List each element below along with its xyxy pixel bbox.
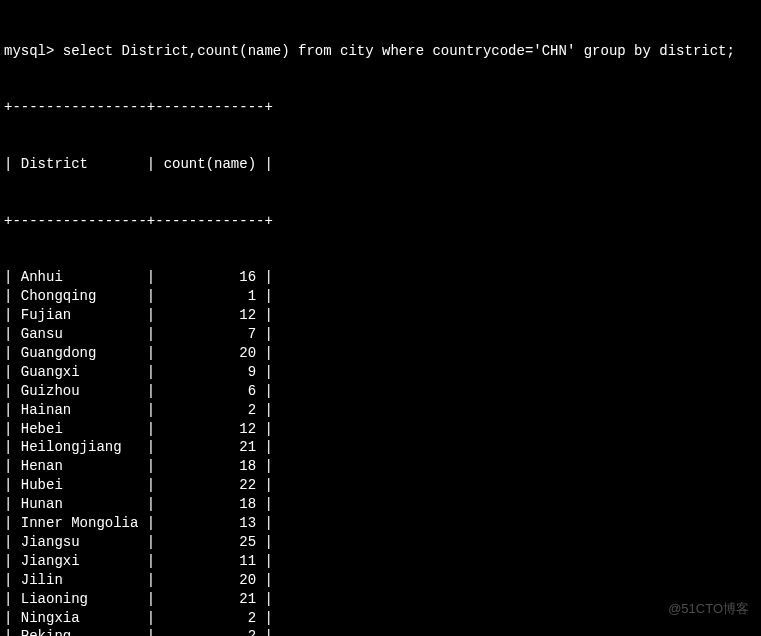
table-row: | Hunan | 18 |: [4, 495, 757, 514]
table-row: | Liaoning | 21 |: [4, 590, 757, 609]
table-row: | Jiangsu | 25 |: [4, 533, 757, 552]
table-row: | Heilongjiang | 21 |: [4, 438, 757, 457]
table-row: | Inner Mongolia | 13 |: [4, 514, 757, 533]
query-line: mysql> select District,count(name) from …: [4, 42, 757, 61]
terminal-output: mysql> select District,count(name) from …: [4, 4, 757, 636]
table-row: | Chongqing | 1 |: [4, 287, 757, 306]
table-separator-top: +----------------+-------------+: [4, 98, 757, 117]
watermark-text: @51CTO博客: [668, 600, 749, 618]
table-row: | Ningxia | 2 |: [4, 609, 757, 628]
table-body: | Anhui | 16 || Chongqing | 1 || Fujian …: [4, 268, 757, 636]
table-row: | Guangxi | 9 |: [4, 363, 757, 382]
mysql-prompt: mysql>: [4, 43, 63, 59]
table-row: | Fujian | 12 |: [4, 306, 757, 325]
table-row: | Gansu | 7 |: [4, 325, 757, 344]
table-row: | Henan | 18 |: [4, 457, 757, 476]
table-row: | Jiangxi | 11 |: [4, 552, 757, 571]
table-row: | Jilin | 20 |: [4, 571, 757, 590]
table-row: | Hubei | 22 |: [4, 476, 757, 495]
sql-query: select District,count(name) from city wh…: [63, 43, 735, 59]
table-row: | Guangdong | 20 |: [4, 344, 757, 363]
table-row: | Guizhou | 6 |: [4, 382, 757, 401]
table-row: | Hebei | 12 |: [4, 420, 757, 439]
table-row: | Peking | 2 |: [4, 627, 757, 636]
table-separator-mid: +----------------+-------------+: [4, 212, 757, 231]
table-header-row: | District | count(name) |: [4, 155, 757, 174]
table-row: | Hainan | 2 |: [4, 401, 757, 420]
table-row: | Anhui | 16 |: [4, 268, 757, 287]
